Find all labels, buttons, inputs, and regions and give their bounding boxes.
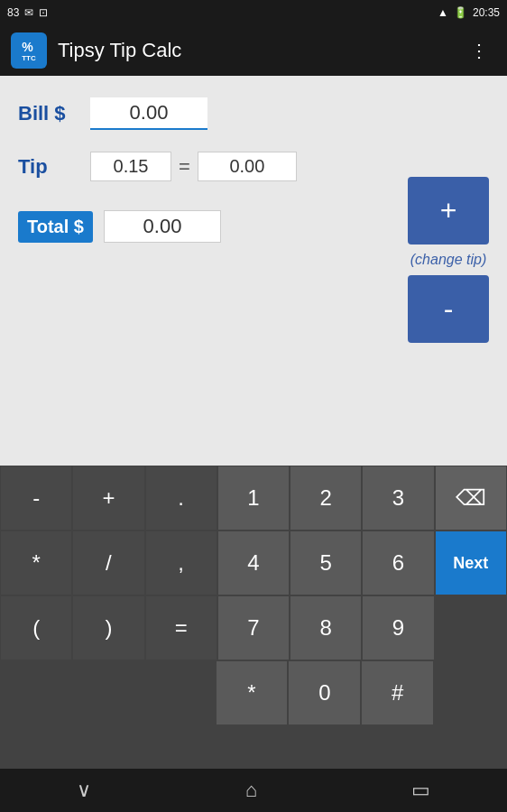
main-content: Bill $ Tip = Total $ + (change tip) -: [0, 76, 507, 509]
app-icon: % TTC: [11, 32, 47, 69]
key-row-4: * 0 #: [0, 660, 507, 725]
equals-sign: =: [179, 155, 190, 179]
tip-multiplier-input[interactable]: [90, 152, 171, 181]
key-empty-3: [434, 660, 507, 725]
key-4[interactable]: 4: [217, 531, 290, 595]
key-1[interactable]: 1: [217, 466, 290, 531]
key-row-2: * / , 4 5 6 Next: [0, 531, 507, 595]
plus-icon: +: [440, 194, 457, 227]
app-bar: % TTC Tipsy Tip Calc ⋮: [0, 25, 507, 76]
key-7[interactable]: 7: [217, 595, 290, 660]
key-3[interactable]: 3: [362, 466, 434, 531]
home-button[interactable]: ⌂: [245, 779, 257, 802]
bill-label: Bill $: [18, 102, 90, 125]
app-title: Tipsy Tip Calc: [58, 39, 463, 62]
recents-button[interactable]: ▭: [411, 779, 430, 802]
key-0[interactable]: 0: [288, 660, 361, 725]
total-label: Total $: [18, 211, 93, 243]
nav-bar: ∨ ⌂ ▭: [0, 769, 507, 812]
back-button[interactable]: ∨: [77, 779, 91, 802]
key-5[interactable]: 5: [290, 531, 362, 595]
status-bar: 83 ✉ ⊡ ▲ 🔋 20:35: [0, 0, 507, 25]
key-equals[interactable]: =: [145, 595, 217, 660]
tip-controls: =: [90, 152, 297, 181]
key-row-3: ( ) = 7 8 9: [0, 595, 507, 660]
icon-subtext: TTC: [22, 54, 36, 62]
battery-level: 83: [7, 6, 19, 19]
key-divide[interactable]: /: [72, 531, 144, 595]
key-empty-2: [0, 660, 216, 725]
key-row-1: - + . 1 2 3 ⌫: [0, 466, 507, 531]
key-plus[interactable]: +: [72, 466, 144, 531]
decrease-tip-button[interactable]: -: [408, 275, 489, 343]
minus-icon: -: [444, 292, 454, 326]
battery-icon: 🔋: [454, 6, 467, 19]
key-6[interactable]: 6: [362, 531, 434, 595]
key-2[interactable]: 2: [290, 466, 362, 531]
increase-tip-button[interactable]: +: [408, 177, 489, 245]
key-backspace[interactable]: ⌫: [435, 466, 507, 531]
key-comma[interactable]: ,: [145, 531, 217, 595]
key-star[interactable]: *: [216, 660, 289, 725]
key-close-paren[interactable]: ): [72, 595, 144, 660]
key-hash[interactable]: #: [361, 660, 434, 725]
key-dot[interactable]: .: [145, 466, 217, 531]
tip-result-input[interactable]: [198, 152, 297, 181]
overflow-menu-button[interactable]: ⋮: [463, 32, 496, 69]
total-value-input[interactable]: [104, 210, 221, 243]
status-right: ▲ 🔋 20:35: [438, 6, 500, 19]
extra-icon: ⊡: [39, 6, 48, 19]
status-left: 83 ✉ ⊡: [7, 6, 48, 19]
key-open-paren[interactable]: (: [0, 595, 72, 660]
email-icon: ✉: [24, 6, 33, 19]
keyboard: - + . 1 2 3 ⌫ * / , 4 5 6 Next ( ) = 7 8…: [0, 466, 507, 769]
change-tip-label[interactable]: (change tip): [410, 252, 487, 268]
key-8[interactable]: 8: [290, 595, 362, 660]
key-minus[interactable]: -: [0, 466, 72, 531]
bill-row: Bill $: [18, 97, 489, 130]
clock: 20:35: [473, 6, 500, 19]
bill-input[interactable]: [90, 97, 207, 130]
tip-label: Tip: [18, 155, 90, 179]
key-multiply[interactable]: *: [0, 531, 72, 595]
next-button[interactable]: Next: [435, 531, 507, 595]
icon-percent: %: [22, 40, 36, 54]
wifi-icon: ▲: [438, 6, 448, 19]
key-9[interactable]: 9: [362, 595, 434, 660]
key-empty-1: [435, 595, 507, 660]
right-controls: + (change tip) -: [408, 177, 489, 343]
